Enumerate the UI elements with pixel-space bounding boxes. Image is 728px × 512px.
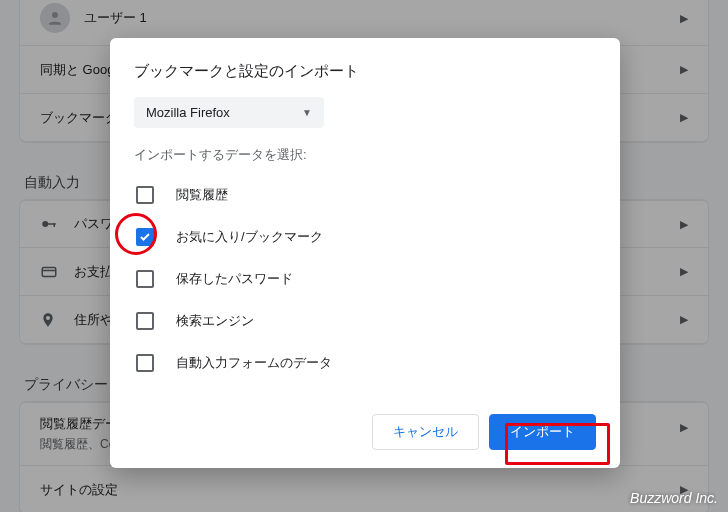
checkbox-label: 検索エンジン <box>176 312 254 330</box>
chevron-down-icon: ▼ <box>302 107 312 118</box>
checkbox-row[interactable]: お気に入り/ブックマーク <box>134 216 596 258</box>
checkbox-row[interactable]: 保存したパスワード <box>134 258 596 300</box>
checkbox[interactable] <box>136 312 154 330</box>
watermark: Buzzword Inc. <box>630 490 718 506</box>
checkbox[interactable] <box>136 270 154 288</box>
checkbox-label: 閲覧履歴 <box>176 186 228 204</box>
checkbox-label: お気に入り/ブックマーク <box>176 228 323 246</box>
dialog-hint: インポートするデータを選択: <box>134 146 596 164</box>
checkbox[interactable] <box>136 354 154 372</box>
source-select[interactable]: Mozilla Firefox ▼ <box>134 97 324 128</box>
checkbox[interactable] <box>136 228 154 246</box>
import-button[interactable]: インポート <box>489 414 596 450</box>
checkbox-row[interactable]: 検索エンジン <box>134 300 596 342</box>
checkbox[interactable] <box>136 186 154 204</box>
dialog-buttons: キャンセル インポート <box>134 404 596 450</box>
import-dialog: ブックマークと設定のインポート Mozilla Firefox ▼ インポートす… <box>110 38 620 468</box>
checkbox-row[interactable]: 自動入力フォームのデータ <box>134 342 596 384</box>
dialog-title: ブックマークと設定のインポート <box>134 62 596 81</box>
checkbox-label: 自動入力フォームのデータ <box>176 354 332 372</box>
checkbox-row[interactable]: 閲覧履歴 <box>134 174 596 216</box>
checkbox-list: 閲覧履歴お気に入り/ブックマーク保存したパスワード検索エンジン自動入力フォームの… <box>134 174 596 384</box>
select-value: Mozilla Firefox <box>146 105 230 120</box>
cancel-button[interactable]: キャンセル <box>372 414 479 450</box>
checkbox-label: 保存したパスワード <box>176 270 293 288</box>
